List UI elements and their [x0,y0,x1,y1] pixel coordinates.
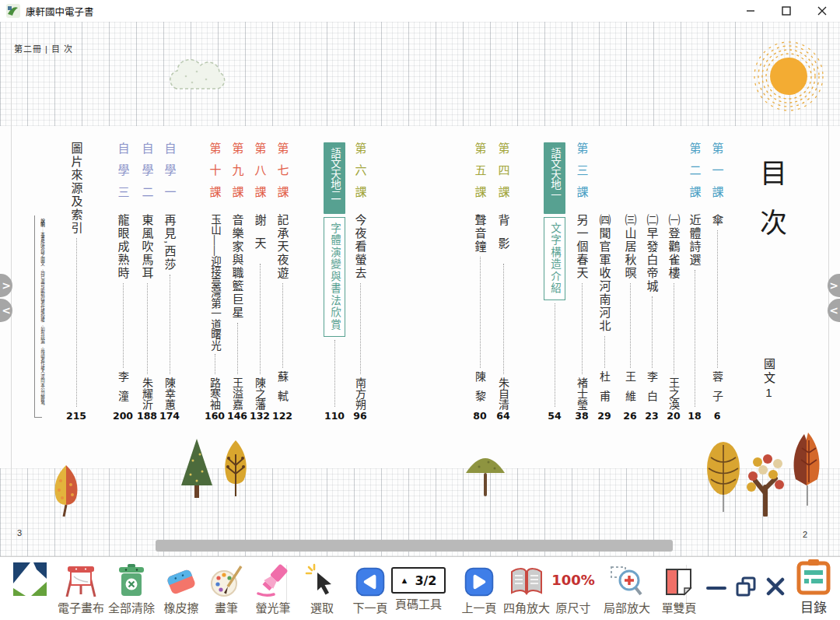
lesson-page-number: 174 [159,410,180,424]
toc-entry[interactable]: ㈣聞官軍收河南河北 杜甫 29 [593,142,616,424]
toc-entry[interactable]: ㈠登鸛雀樓 王之渙 20 [662,142,685,424]
window-maximize-button[interactable] [768,0,804,22]
horizontal-scrollbar-thumb[interactable] [156,540,673,552]
select-button[interactable]: 選取 [297,560,347,615]
lesson-number: 第七課 [275,142,291,214]
toc-entry-unit[interactable]: 語文天地一 文字構造介紹 54 [543,142,566,424]
window-close-button[interactable] [804,0,840,22]
canvas-button[interactable]: 電子畫布 [56,560,106,615]
lesson-page-number: 110 [324,410,345,424]
window-minimize-button[interactable] [733,0,768,22]
open-book-icon [502,560,551,597]
partial-zoom-button[interactable]: 局部放大 [599,560,655,615]
toc-entry[interactable]: 自學二 東風吹馬耳 朱耀沂 188 [135,142,159,424]
clear-all-button[interactable]: 全部清除 [107,560,156,615]
brush-button[interactable]: 畫筆 [201,560,251,615]
lesson-number: 自學三 [115,142,131,214]
dotted-leader [260,264,261,374]
toc-button[interactable]: 目錄 [790,559,837,616]
dotted-leader [555,303,555,407]
hundred-percent-icon: 100% [551,563,595,597]
lesson-page-number: 132 [250,410,270,424]
original-size-button[interactable]: 100% 原尺寸 [548,560,598,615]
toc-entry[interactable]: 第九課 音樂家與職籃巨星 王溢嘉 146 [226,142,249,424]
lesson-title: 玉山——迎接臺灣第一道曙光 [207,214,222,351]
eraser-button[interactable]: 橡皮擦 [156,560,206,615]
lesson-page-number: 18 [688,410,701,424]
cloud-illustration [159,54,237,96]
lesson-number: 第三課 [574,142,590,214]
copyright-note: 說明:本書所收錄之圖文,均已盡可能取得著作權授權,如有疏漏,尚請著作權人逕向本公… [34,215,60,418]
toc-entry[interactable]: ㈢山居秋暝 王維 26 [618,142,642,424]
lesson-title: 再見,西莎 [162,214,178,271]
minimize-icon [746,6,755,16]
lesson-title: ㈢山居秋暝 [622,214,639,280]
lesson-title: ㈡早發白帝城 [644,214,660,293]
tree-autumn-leaf-illustration [787,431,826,509]
lesson-title: 另一個春天 [574,214,590,280]
prev-page-button[interactable]: 上一頁 [454,560,504,615]
toolbar-label: 電子畫布 [56,599,106,615]
tree-dot-fruit-illustration [745,442,786,517]
dotted-leader [674,283,674,374]
kangxuan-logo-icon [9,560,50,597]
lesson-author: 陳之藩 [252,377,268,410]
lesson-title: 聲音鐘 [472,214,488,254]
toc-entry[interactable]: 第八課 謝天 陳之藩 132 [248,142,271,424]
dotted-leader [630,283,631,368]
next-page-button[interactable]: 下一頁 [345,560,395,615]
dotted-leader [215,354,215,375]
lesson-number: 第六課 [352,142,369,214]
maximize-icon [782,6,791,16]
lesson-title: 音樂家與職籃巨星 [229,214,246,320]
toc-entry[interactable]: 第七課 記承天夜遊 蘇軾 122 [271,142,294,424]
grid-texture-top [0,22,840,126]
toolbar-minimize-button[interactable] [704,576,729,601]
lesson-author: 王維 [622,371,638,410]
trash-can-icon [107,560,156,597]
toc-entry[interactable]: 自學一 再見,西莎 陳幸蕙 174 [158,142,181,424]
lesson-title: 今夜看螢去 [352,214,369,280]
toc-entry[interactable]: 第十課 玉山——迎接臺灣第一道曙光 路寒袖 160 [203,142,226,424]
highlighter-button[interactable]: 螢光筆 [248,560,298,615]
single-double-page-button[interactable]: 單雙頁 [654,560,704,615]
dotted-leader [147,283,148,374]
page-back-arrow-right-side[interactable]: < [828,299,840,322]
lesson-page-number: 64 [496,410,509,424]
page-number-tool[interactable]: ▲ 3/2 頁碼工具 [390,560,446,611]
app-logo-icon [6,4,20,18]
page-jump-triangle-icon[interactable]: ▲ [401,576,409,585]
lesson-page-number: 20 [667,410,680,424]
lesson-title: 圖片來源及索引 [68,142,85,235]
toolbar-label: 原尺寸 [548,599,598,615]
toc-entry[interactable]: 第一課 傘 蓉子 6 [705,142,729,424]
dotted-leader [76,238,77,407]
toc-entry[interactable]: 第三課 另一個春天 褚士瑩 38 [570,142,593,424]
right-page-folio: 2 [803,530,807,539]
toc-entry[interactable]: 第四課 背影 朱自清 64 [492,142,515,424]
dotted-leader [170,275,170,374]
tree-two-tone-leaf-illustration [47,464,86,518]
lesson-page-number: 96 [353,410,366,424]
page-indicator-box[interactable]: ▲ 3/2 [391,567,446,594]
lesson-author: 李白 [644,371,660,410]
page-forward-arrow-right-side[interactable]: > [828,274,840,297]
unit-title: 字體演變與書法欣賞 [324,217,345,337]
lesson-title: 傘 [709,214,726,227]
corner-zoom-button[interactable]: 四角放大 [502,560,551,615]
lesson-page-number: 188 [137,410,157,424]
lesson-page-number: 215 [66,410,86,424]
lesson-author: 李潼 [115,371,131,410]
cursor-select-icon [297,560,347,597]
toc-entry[interactable]: 第六課 今夜看螢去 南方朔 96 [348,142,372,424]
toc-entry-unit[interactable]: 語文天地二 字體演變與書法欣賞 110 [323,142,346,424]
toolbar-close-button[interactable] [763,576,788,601]
lesson-number: 自學一 [162,142,178,214]
toolbar-label: 螢光筆 [248,599,298,615]
toolbar-restore-button[interactable] [733,576,758,602]
toc-entry[interactable]: 自學三 龍眼成熟時 李潼 200 [111,142,135,424]
toc-entry[interactable]: ㈡早發白帝城 李白 23 [640,142,663,424]
toc-entry[interactable]: 第五課 聲音鐘 陳黎 80 [468,142,492,424]
toc-entry[interactable]: 第二課 近體詩選 18 [683,142,706,424]
toc-entry[interactable]: 圖片來源及索引 215 [65,142,88,424]
